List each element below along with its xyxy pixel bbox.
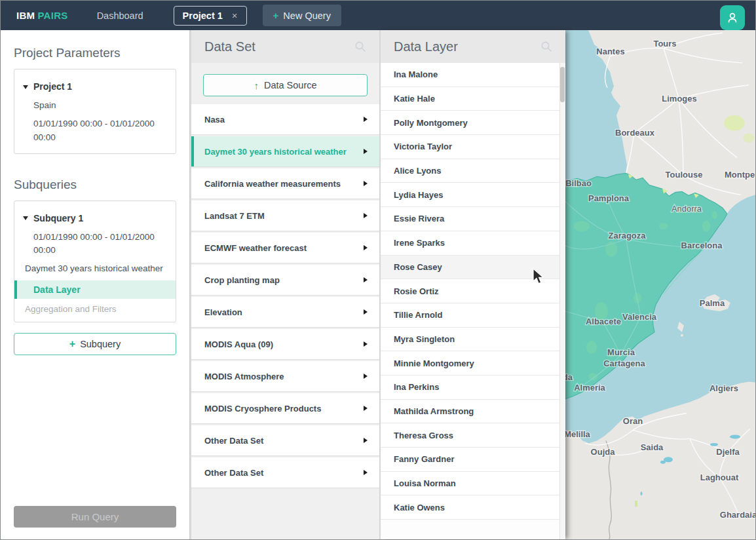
map-label: Oran xyxy=(623,416,643,426)
datalayer-item-label: Rose Casey xyxy=(394,262,442,272)
dataset-item-label: Other Data Set xyxy=(204,468,263,478)
person-icon xyxy=(726,11,739,24)
map-label: Barcelona xyxy=(681,241,723,250)
nav-dashboard-link[interactable]: Dashboard xyxy=(97,10,143,21)
map-label: da xyxy=(565,372,573,382)
datalayer-item[interactable]: Alice Lyons xyxy=(381,159,565,183)
dataset-item[interactable]: Nasa xyxy=(191,104,379,134)
close-tab-icon[interactable]: × xyxy=(232,10,238,20)
expand-arrow-icon xyxy=(364,341,368,347)
map-forest-patch xyxy=(724,115,745,131)
data-source-button[interactable]: ↑ Data Source xyxy=(203,74,368,96)
datalayer-item-label: Theresa Gross xyxy=(394,431,453,440)
subquery-card: Subquery 1 01/01/1990 00:00 - 01/01/2000… xyxy=(14,201,176,322)
new-query-button[interactable]: + New Query xyxy=(263,5,341,26)
expand-arrow-icon xyxy=(364,406,368,411)
datalayer-item[interactable]: Minnie Montgomery xyxy=(381,351,565,376)
datalayer-item-label: Alice Lyons xyxy=(394,166,441,176)
datalayer-item[interactable]: Louisa Norman xyxy=(381,472,565,496)
dataset-item[interactable]: California weather measurements xyxy=(191,168,379,199)
datalayer-item[interactable]: Mathilda Armstrong xyxy=(381,400,565,424)
datalayer-item-label: Myra Singleton xyxy=(394,334,455,344)
collapse-caret-icon xyxy=(23,216,28,220)
subquery-dataset: Daymet 30 years historical weather xyxy=(14,260,176,278)
map-label: Toulouse xyxy=(666,170,703,180)
datalayer-item[interactable]: Lydia Hayes xyxy=(381,183,565,207)
datalayer-item[interactable]: Fanny Gardner xyxy=(381,448,565,472)
dataset-panel-title: Data Set xyxy=(204,39,255,54)
dataset-item[interactable]: Crop planting map xyxy=(191,265,379,295)
datalayer-item[interactable]: Theresa Gross xyxy=(381,423,565,448)
search-icon[interactable] xyxy=(540,41,552,52)
dataset-item[interactable]: Elevation xyxy=(191,297,379,327)
map-label: Cartagena xyxy=(603,358,645,368)
datalayer-item[interactable]: Essie Rivera xyxy=(381,207,565,231)
dataset-item[interactable]: Other Data Set xyxy=(191,425,379,455)
datalayer-item-label: Polly Montgomery xyxy=(394,118,468,128)
data-source-label: Data Source xyxy=(264,80,317,90)
expand-arrow-icon xyxy=(364,277,368,282)
datalayer-item[interactable]: Victoria Taylor xyxy=(381,135,565,159)
dataset-item[interactable]: Daymet 30 years historical weather xyxy=(191,136,379,166)
datalayer-item-label: Mathilda Armstrong xyxy=(394,406,474,416)
map-label: Zaragoza xyxy=(608,231,646,241)
datalayer-item[interactable]: Katie Owens xyxy=(381,495,565,520)
scrollbar-track[interactable] xyxy=(559,63,565,539)
project-date-range: 01/01/1990 00:00 - 01/01/2000 00:00 xyxy=(14,115,176,147)
user-avatar-button[interactable] xyxy=(720,5,745,30)
datalayer-item[interactable]: Ina Malone xyxy=(381,63,565,87)
map-label: Valencia xyxy=(622,312,657,322)
map-label: Palma xyxy=(700,298,725,308)
map-label: Montpellier xyxy=(725,170,755,180)
project-card: Project 1 Spain 01/01/1990 00:00 - 01/01… xyxy=(14,69,176,154)
map-label: Saida xyxy=(641,442,664,452)
dataset-panel: Data Set ↑ Data Source NasaDaymet 30 yea… xyxy=(191,30,379,539)
datalayer-panel-title: Data Layer xyxy=(394,39,458,54)
dataset-item-label: California weather measurements xyxy=(204,179,341,189)
project-card-header[interactable]: Project 1 xyxy=(14,77,176,96)
map-view[interactable]: NantesToursLimogesBordeauxToulouseMontpe… xyxy=(565,30,755,539)
dataset-item[interactable]: ECMWF weather forecast xyxy=(191,233,379,263)
map-label: Bordeaux xyxy=(615,128,655,138)
datalayer-item[interactable]: Ina Perkins xyxy=(381,376,565,400)
subquery-name: Subquery 1 xyxy=(33,212,83,225)
datalayer-panel-header: Data Layer xyxy=(381,30,565,63)
expand-arrow-icon xyxy=(364,438,368,443)
datalayer-item[interactable]: Myra Singleton xyxy=(381,328,565,352)
datalayer-item[interactable]: Katie Hale xyxy=(381,87,565,111)
datalayer-item[interactable]: Rosie Ortiz xyxy=(381,279,565,303)
add-subquery-button[interactable]: + Subquery xyxy=(14,333,176,355)
subquery-step-aggregation[interactable]: Aggregation and Filters xyxy=(14,301,176,315)
map-label: Oujda xyxy=(591,447,616,457)
dataset-item[interactable]: Other Data Set xyxy=(191,457,379,488)
map-label: Nantes xyxy=(596,47,624,56)
datalayer-item-label: Fanny Gardner xyxy=(394,454,454,464)
project-tab[interactable]: Project 1 × xyxy=(174,6,247,26)
dataset-item[interactable]: Landsat 7 ETM xyxy=(191,201,379,231)
dataset-item[interactable]: MODIS Aqua (09) xyxy=(191,329,379,359)
map-forest-patch xyxy=(743,134,755,143)
datalayer-item[interactable]: Tillie Arnold xyxy=(381,303,565,328)
dataset-item[interactable]: MODIS Cryosphere Products xyxy=(191,393,379,423)
dataset-item-label: Other Data Set xyxy=(204,436,263,446)
dataset-panel-header: Data Set xyxy=(191,30,379,63)
datalayer-item[interactable]: Irene Sparks xyxy=(381,231,565,256)
dataset-item[interactable]: MODIS Atmosphere xyxy=(191,361,379,391)
run-query-button[interactable]: Run Query xyxy=(14,506,176,528)
subquery-card-header[interactable]: Subquery 1 xyxy=(14,209,176,228)
search-icon[interactable] xyxy=(354,41,366,52)
brand-logo[interactable]: IBMPAIRS xyxy=(16,10,68,21)
add-subquery-label: Subquery xyxy=(80,339,121,349)
dataset-item-label: Elevation xyxy=(204,307,242,317)
project-tab-label: Project 1 xyxy=(183,10,223,21)
dataset-list: NasaDaymet 30 years historical weatherCa… xyxy=(191,104,379,539)
datalayer-item[interactable]: Rose Casey xyxy=(381,256,565,280)
map-label: Laghouat xyxy=(700,473,739,482)
dataset-item-label: MODIS Cryosphere Products xyxy=(204,404,321,414)
subquery-step-data-layer[interactable]: Data Layer xyxy=(14,280,176,299)
datalayer-item[interactable]: Polly Montgomery xyxy=(381,111,565,135)
project-parameters-title: Project Parameters xyxy=(14,46,176,60)
project-parameters-panel: Project Parameters Project 1 Spain 01/01… xyxy=(1,30,190,539)
scrollbar-thumb[interactable] xyxy=(560,67,565,102)
plus-icon: + xyxy=(69,338,75,350)
